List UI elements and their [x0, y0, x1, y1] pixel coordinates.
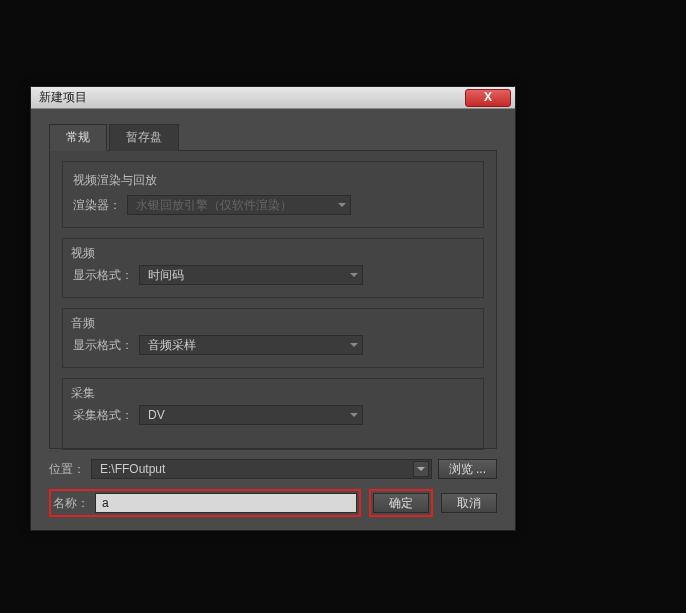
chevron-down-icon: [338, 203, 346, 207]
video-format-select[interactable]: 时间码: [139, 265, 363, 285]
cancel-button[interactable]: 取消: [441, 493, 497, 513]
name-input[interactable]: [95, 493, 357, 513]
audio-section-label: 音频: [71, 315, 95, 332]
chevron-down-icon: [350, 413, 358, 417]
tab-general[interactable]: 常规: [49, 124, 107, 151]
capture-format-value: DV: [148, 408, 165, 422]
render-playback-section: 视频渲染与回放 渲染器： 水银回放引擎（仅软件渲染）: [62, 161, 484, 228]
tabs: 常规 暂存盘: [49, 123, 497, 151]
browse-button[interactable]: 浏览 ...: [438, 459, 497, 479]
chevron-down-icon: [350, 273, 358, 277]
chevron-down-icon: [417, 467, 425, 471]
chevron-down-icon: [350, 343, 358, 347]
location-select[interactable]: E:\FFOutput: [91, 459, 432, 479]
video-section-label: 视频: [71, 245, 95, 262]
ok-button[interactable]: 确定: [373, 493, 429, 513]
dialog-body: 常规 暂存盘 视频渲染与回放 渲染器： 水银回放引擎（仅软件渲染） 视频 显示格…: [31, 109, 515, 529]
audio-format-select[interactable]: 音频采样: [139, 335, 363, 355]
renderer-value: 水银回放引擎（仅软件渲染）: [136, 197, 292, 214]
dialog-title: 新建项目: [39, 89, 465, 106]
ok-highlight: 确定: [369, 489, 433, 517]
capture-format-select[interactable]: DV: [139, 405, 363, 425]
audio-section: 音频 显示格式： 音频采样: [62, 308, 484, 368]
video-format-value: 时间码: [148, 267, 184, 284]
capture-section-label: 采集: [71, 385, 95, 402]
audio-format-label: 显示格式：: [73, 337, 133, 354]
location-label: 位置：: [49, 461, 85, 478]
video-format-label: 显示格式：: [73, 267, 133, 284]
new-project-dialog: 新建项目 X 常规 暂存盘 视频渲染与回放 渲染器： 水银回放引擎（仅软件渲染）…: [30, 86, 516, 531]
name-label: 名称：: [53, 495, 89, 512]
renderer-select: 水银回放引擎（仅软件渲染）: [127, 195, 351, 215]
capture-section: 采集 采集格式： DV: [62, 378, 484, 450]
name-highlight: 名称：: [49, 489, 361, 517]
audio-format-value: 音频采样: [148, 337, 196, 354]
name-row: 名称： 确定 取消: [49, 489, 497, 517]
tab-scratch-disks[interactable]: 暂存盘: [109, 124, 179, 151]
close-button[interactable]: X: [465, 89, 511, 107]
general-panel: 视频渲染与回放 渲染器： 水银回放引擎（仅软件渲染） 视频 显示格式： 时间码: [49, 151, 497, 449]
capture-format-label: 采集格式：: [73, 407, 133, 424]
render-playback-label: 视频渲染与回放: [73, 172, 473, 189]
renderer-label: 渲染器：: [73, 197, 121, 214]
titlebar: 新建项目 X: [31, 87, 515, 109]
location-value: E:\FFOutput: [100, 462, 165, 476]
location-row: 位置： E:\FFOutput 浏览 ...: [49, 459, 497, 479]
video-section: 视频 显示格式： 时间码: [62, 238, 484, 298]
bottom-rows: 位置： E:\FFOutput 浏览 ... 名称： 确定 取消: [49, 459, 497, 517]
